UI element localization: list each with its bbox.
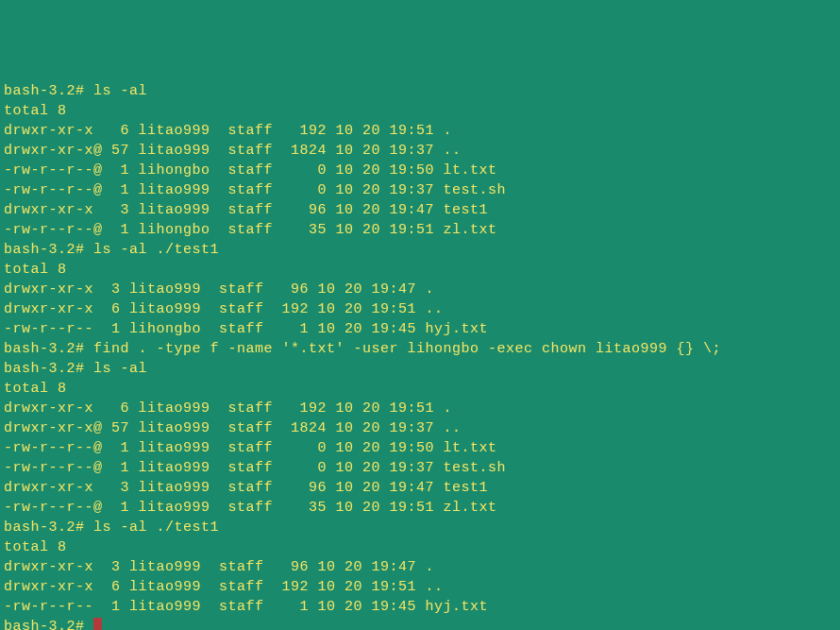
terminal-line: -rw-r--r-- 1 litao999 staff 1 10 20 19:4…: [4, 597, 836, 617]
terminal-line: -rw-r--r--@ 1 litao999 staff 0 10 20 19:…: [4, 438, 836, 458]
terminal-line: -rw-r--r--@ 1 litao999 staff 0 10 20 19:…: [4, 458, 836, 478]
terminal-line: -rw-r--r--@ 1 litao999 staff 35 10 20 19…: [4, 498, 836, 518]
terminal-line: drwxr-xr-x 3 litao999 staff 96 10 20 19:…: [4, 478, 836, 498]
terminal-line: total 8: [4, 260, 836, 280]
terminal-line: drwxr-xr-x@ 57 litao999 staff 1824 10 20…: [4, 418, 836, 438]
terminal-line: drwxr-xr-x@ 57 litao999 staff 1824 10 20…: [4, 141, 836, 161]
terminal-line: drwxr-xr-x 6 litao999 staff 192 10 20 19…: [4, 399, 836, 418]
terminal-line: drwxr-xr-x 6 litao999 staff 192 10 20 19…: [4, 121, 836, 141]
terminal-line: drwxr-xr-x 3 litao999 staff 96 10 20 19:…: [4, 280, 836, 299]
terminal-line: -rw-r--r-- 1 lihongbo staff 1 10 20 19:4…: [4, 319, 836, 339]
terminal-line: -rw-r--r--@ 1 lihongbo staff 0 10 20 19:…: [4, 161, 836, 180]
terminal-line: drwxr-xr-x 6 litao999 staff 192 10 20 19…: [4, 299, 836, 319]
terminal-line: total 8: [4, 537, 836, 557]
terminal-line: bash-3.2# ls -al: [4, 359, 836, 379]
terminal-line: -rw-r--r--@ 1 litao999 staff 0 10 20 19:…: [4, 180, 836, 200]
terminal-line: drwxr-xr-x 3 litao999 staff 96 10 20 19:…: [4, 200, 836, 220]
terminal-output[interactable]: bash-3.2# ls -altotal 8drwxr-xr-x 6 lita…: [4, 81, 836, 630]
shell-prompt: bash-3.2#: [4, 619, 93, 630]
terminal-line: total 8: [4, 379, 836, 399]
terminal-line: bash-3.2# ls -al: [4, 81, 836, 101]
terminal-line: bash-3.2# ls -al ./test1: [4, 240, 836, 260]
terminal-line: drwxr-xr-x 3 litao999 staff 96 10 20 19:…: [4, 557, 836, 577]
cursor-block: [93, 618, 102, 630]
terminal-line: drwxr-xr-x 6 litao999 staff 192 10 20 19…: [4, 577, 836, 597]
terminal-line: total 8: [4, 101, 836, 121]
prompt-line[interactable]: bash-3.2#: [4, 617, 836, 630]
terminal-line: -rw-r--r--@ 1 lihongbo staff 35 10 20 19…: [4, 220, 836, 240]
terminal-line: bash-3.2# ls -al ./test1: [4, 518, 836, 537]
terminal-line: bash-3.2# find . -type f -name '*.txt' -…: [4, 339, 836, 359]
